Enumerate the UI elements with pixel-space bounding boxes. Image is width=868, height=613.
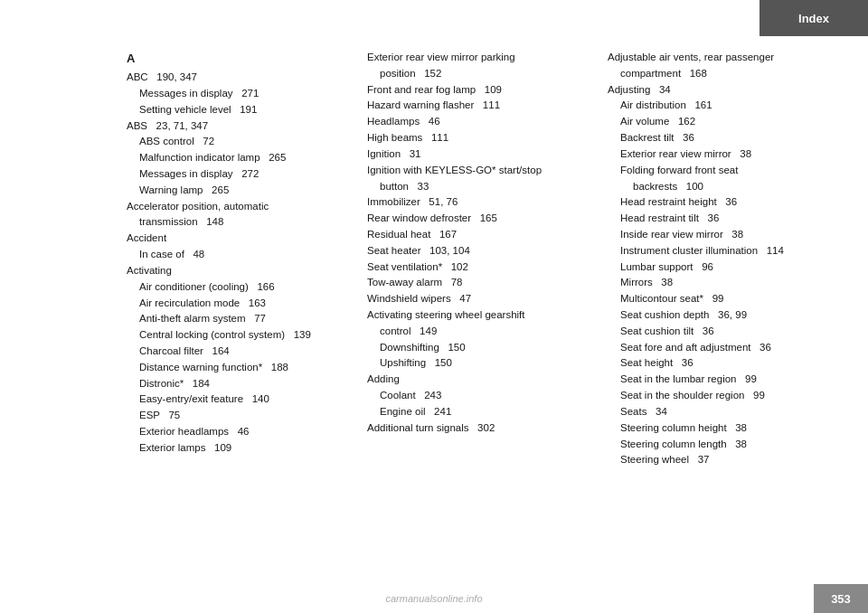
list-item: ESP 75 (127, 408, 351, 424)
list-item: control 149 (367, 324, 591, 340)
list-item: Air distribution 161 (608, 98, 832, 114)
list-item: Central locking (control system) 139 (127, 327, 351, 344)
list-item: Setting vehicle level 191 (127, 102, 351, 118)
list-item: Warning lamp 265 (127, 183, 351, 199)
list-item: Anti-theft alarm system 77 (127, 311, 351, 327)
list-item: Distance warning function* 188 (127, 360, 351, 376)
list-item: ABC 190, 347 (127, 70, 351, 86)
list-item: Steering column length 38 (608, 437, 832, 453)
list-item: Downshifting 150 (367, 340, 591, 356)
list-item: Backrest tilt 36 (608, 130, 832, 146)
list-item: Adding (367, 372, 591, 388)
list-item: Head restraint height 36 (608, 194, 832, 211)
list-item: Exterior lamps 109 (127, 440, 351, 457)
list-item: Tow-away alarm 78 (367, 275, 591, 291)
list-item: button 33 (367, 179, 591, 195)
list-item: Air volume 162 (608, 114, 832, 130)
list-item: Seat cushion depth 36, 99 (608, 307, 832, 324)
list-item: Multicontour seat* 99 (608, 291, 832, 307)
list-item: Headlamps 46 (367, 114, 591, 130)
list-item: backrests 100 (608, 179, 832, 195)
middle-column: Exterior rear view mirror parking positi… (367, 50, 608, 577)
list-item: ABS control 72 (127, 134, 351, 150)
list-item: Accident (127, 231, 351, 247)
index-tab: Index (760, 0, 868, 36)
list-item: Air recirculation mode 163 (127, 296, 351, 312)
list-item: In case of 48 (127, 247, 351, 263)
content-area: A ABC 190, 347 Messages in display 271 S… (127, 50, 841, 577)
list-item: ABS 23, 71, 347 (127, 118, 351, 135)
list-item: Ignition with KEYLESS-GO* start/stop (367, 163, 591, 179)
list-item: Upshifting 150 (367, 355, 591, 372)
list-item: Distronic* 184 (127, 376, 351, 392)
list-item: Inside rear view mirror 38 (608, 227, 832, 243)
section-letter-a: A (127, 50, 351, 68)
list-item: Seat height 36 (608, 355, 832, 372)
right-column: Adjustable air vents, rear passenger com… (608, 50, 841, 577)
list-item: Instrument cluster illumination 114 (608, 243, 832, 259)
list-item: Seat fore and aft adjustment 36 (608, 340, 832, 356)
list-item: Head restraint tilt 36 (608, 211, 832, 227)
list-item: Rear window defroster 165 (367, 211, 591, 227)
list-item: Additional turn signals 302 (367, 420, 591, 437)
list-item: transmission 148 (127, 214, 351, 231)
list-item: Seats 34 (608, 404, 832, 420)
list-item: High beams 111 (367, 130, 591, 146)
list-item: Charcoal filter 164 (127, 344, 351, 360)
list-item: Easy-entry/exit feature 140 (127, 391, 351, 408)
list-item: Activating steering wheel gearshift (367, 307, 591, 324)
list-item: Hazard warning flasher 111 (367, 98, 591, 114)
list-item: Steering wheel 37 (608, 452, 832, 468)
list-item: Residual heat 167 (367, 227, 591, 243)
list-item: Folding forward front seat (608, 163, 832, 179)
list-item: Messages in display 271 (127, 86, 351, 102)
list-item: Windshield wipers 47 (367, 291, 591, 307)
list-item: Seat in the shoulder region 99 (608, 388, 832, 404)
list-item: Seat ventilation* 102 (367, 259, 591, 276)
list-item: Front and rear fog lamp 109 (367, 82, 591, 99)
list-item: compartment 168 (608, 66, 832, 82)
list-item: Adjustable air vents, rear passenger (608, 50, 832, 66)
list-item: Lumbar support 96 (608, 259, 832, 276)
list-item: position 152 (367, 66, 591, 82)
list-item: Adjusting 34 (608, 82, 832, 99)
list-item: Messages in display 272 (127, 166, 351, 183)
list-item: Malfunction indicator lamp 265 (127, 150, 351, 166)
header-bar: Index (0, 0, 868, 36)
list-item: Exterior headlamps 46 (127, 424, 351, 440)
list-item: Seat in the lumbar region 99 (608, 372, 832, 388)
list-item: Mirrors 38 (608, 275, 832, 291)
list-item: Exterior rear view mirror parking (367, 50, 591, 66)
list-item: Engine oil 241 (367, 404, 591, 420)
list-item: Activating (127, 263, 351, 279)
list-item: Seat heater 103, 104 (367, 243, 591, 259)
list-item: Coolant 243 (367, 388, 591, 404)
list-item: Ignition 31 (367, 146, 591, 163)
list-item: Seat cushion tilt 36 (608, 324, 832, 340)
list-item: Accelerator position, automatic (127, 199, 351, 215)
list-item: Air conditioner (cooling) 166 (127, 279, 351, 296)
list-item: Steering column height 38 (608, 420, 832, 437)
list-item: Exterior rear view mirror 38 (608, 146, 832, 163)
list-item: Immobilizer 51, 76 (367, 194, 591, 211)
left-column: A ABC 190, 347 Messages in display 271 S… (127, 50, 367, 577)
watermark: carmanualsonline.info (0, 593, 868, 604)
